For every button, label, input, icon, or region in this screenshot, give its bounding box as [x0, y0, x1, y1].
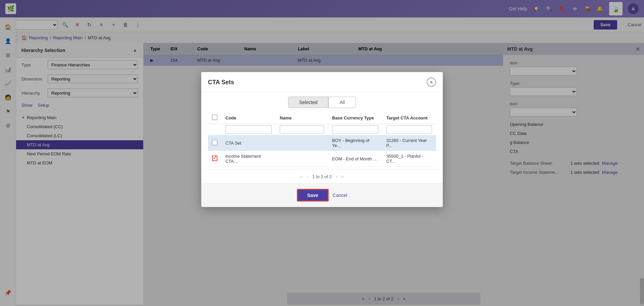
modal-pag-last-button[interactable]: » — [341, 174, 344, 179]
modal-row-1[interactable]: Income Statement CTA... EOM - End of Mon… — [208, 151, 436, 166]
modal-table: Code Name Base Currency Type Target CTA … — [208, 112, 436, 167]
modal-row-0-base-currency: BOY - Beginning of Ye... — [328, 135, 382, 151]
modal-tabs: Selected All — [201, 93, 443, 112]
modal-col-base-currency-header: Base Currency Type — [328, 112, 382, 124]
modal-pag-next-button[interactable]: › — [336, 174, 337, 179]
modal-filter-empty — [208, 124, 221, 135]
modal-row-1-target-cta: 35500_1 - Planful - CT... — [382, 151, 436, 166]
modal-save-button[interactable]: Save — [297, 189, 329, 202]
modal-filter-code-input[interactable] — [225, 125, 272, 134]
modal-close-button[interactable]: ✕ — [427, 78, 436, 87]
modal-filter-name-input[interactable] — [280, 125, 324, 134]
modal-row-0-check — [208, 135, 221, 151]
modal-filter-name-cell — [276, 124, 328, 135]
modal-row-0-checkbox[interactable] — [212, 140, 217, 145]
cta-sets-modal: CTA Sets ✕ Selected All Code Name Base C… — [201, 72, 443, 207]
modal-col-name-header: Name — [276, 112, 328, 124]
modal-filter-code-cell — [221, 124, 276, 135]
modal-pag-first-button[interactable]: « — [300, 174, 303, 179]
modal-col-check — [208, 112, 221, 124]
modal-footer: Save Cancel — [201, 183, 443, 207]
modal-row-1-code: Income Statement CTA... — [221, 151, 276, 166]
modal-table-header-row: Code Name Base Currency Type Target CTA … — [208, 112, 436, 124]
modal-row-0[interactable]: CTA Set BOY - Beginning of Ye... 31260 -… — [208, 135, 436, 151]
modal-filter-target-cta-input[interactable] — [386, 125, 432, 134]
modal-row-0-code: CTA Set — [221, 135, 276, 151]
modal-title: CTA Sets — [208, 79, 234, 86]
modal-col-code-header: Code — [221, 112, 276, 124]
modal-header: CTA Sets ✕ — [201, 72, 443, 93]
modal-row-0-name — [276, 135, 328, 151]
modal-tab-selected[interactable]: Selected — [288, 97, 328, 108]
modal-cancel-button[interactable]: Cancel — [333, 193, 347, 198]
modal-row-1-check — [208, 151, 221, 166]
modal-pagination: « ‹ 1 to 2 of 2 › » — [201, 169, 443, 183]
modal-row-1-name — [276, 151, 328, 166]
modal-pag-prev-button[interactable]: ‹ — [307, 174, 308, 179]
modal-filter-base-currency-cell — [328, 124, 382, 135]
modal-filter-base-currency-input[interactable] — [332, 125, 378, 134]
modal-filter-row — [208, 124, 436, 135]
modal-table-wrapper: Code Name Base Currency Type Target CTA … — [201, 112, 443, 167]
modal-row-1-base-currency: EOM - End of Month ... — [328, 151, 382, 166]
modal-row-0-target-cta: 31260 - Current Year P... — [382, 135, 436, 151]
modal-pag-current: 1 to 2 of 2 — [312, 174, 332, 179]
modal-row-1-checked-icon[interactable] — [212, 155, 217, 161]
modal-select-all-checkbox[interactable] — [212, 115, 217, 120]
modal-tab-all[interactable]: All — [328, 97, 356, 108]
modal-filter-target-cta-cell — [382, 124, 436, 135]
modal-col-target-cta-header: Target CTA Account — [382, 112, 436, 124]
